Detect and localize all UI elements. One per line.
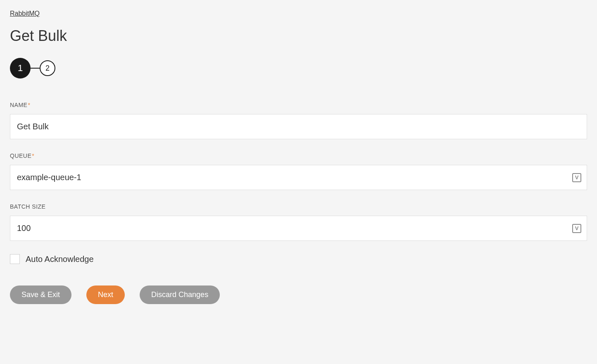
required-asterisk: *	[32, 152, 34, 159]
next-button[interactable]: Next	[86, 285, 125, 304]
discard-button[interactable]: Discard Changes	[140, 285, 220, 304]
variable-icon[interactable]: V	[572, 173, 581, 182]
name-input[interactable]	[10, 114, 587, 139]
page-title: Get Bulk	[10, 27, 587, 45]
save-exit-button[interactable]: Save & Exit	[10, 285, 71, 304]
button-row: Save & Exit Next Discard Changes	[10, 285, 587, 304]
step-1[interactable]: 1	[10, 58, 31, 79]
required-asterisk: *	[28, 102, 30, 108]
batch-size-label-text: BATCH SIZE	[10, 203, 45, 210]
auto-ack-label[interactable]: Auto Acknowledge	[26, 255, 94, 264]
step-2[interactable]: 2	[40, 60, 55, 76]
name-label: NAME*	[10, 102, 587, 108]
name-label-text: NAME	[10, 102, 27, 108]
queue-input[interactable]	[10, 165, 587, 190]
queue-label-text: QUEUE	[10, 152, 31, 159]
form-group-batch-size: BATCH SIZE V	[10, 203, 587, 241]
batch-size-label: BATCH SIZE	[10, 203, 587, 210]
auto-ack-checkbox[interactable]	[10, 254, 20, 264]
batch-size-input[interactable]	[10, 216, 587, 241]
breadcrumb-link[interactable]: RabbitMQ	[10, 10, 40, 17]
form-group-name: NAME*	[10, 102, 587, 139]
step-connector	[31, 68, 40, 69]
stepper: 1 2	[10, 58, 587, 79]
auto-ack-wrapper: Auto Acknowledge	[10, 254, 587, 264]
queue-label: QUEUE*	[10, 152, 587, 159]
variable-icon[interactable]: V	[572, 224, 581, 233]
form-group-queue: QUEUE* V	[10, 152, 587, 190]
